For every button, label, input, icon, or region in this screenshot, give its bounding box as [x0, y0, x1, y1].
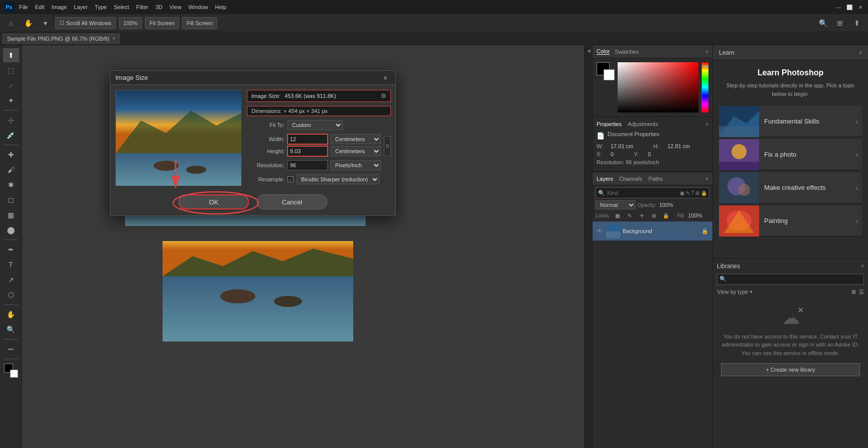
view-by-type-row[interactable]: View by type ▾ ⊞ ☰: [717, 289, 864, 295]
canvas-area[interactable]: Image Size ×: [22, 45, 584, 448]
menu-file[interactable]: File: [19, 4, 28, 10]
foreground-background-colors[interactable]: [3, 364, 19, 378]
document-tab[interactable]: Sample File PNG.PNG @ 66.7% (RGB/8) ×: [2, 33, 121, 44]
menu-window[interactable]: Window: [188, 4, 208, 10]
view-by-type-dropdown[interactable]: ▾: [750, 289, 753, 294]
ok-button[interactable]: OK: [179, 194, 249, 209]
shape-tool[interactable]: ⬡: [3, 288, 19, 302]
menu-3d[interactable]: 3D: [156, 4, 163, 10]
width-unit-select[interactable]: Centimeters: [331, 134, 381, 144]
lock-image-btn[interactable]: ✎: [625, 211, 634, 219]
collapse-btn[interactable]: ◀: [585, 45, 592, 56]
lock-transparent-btn[interactable]: ▦: [613, 211, 622, 219]
menu-image[interactable]: Image: [52, 4, 67, 10]
resample-checkbox[interactable]: ✓: [287, 176, 294, 182]
libraries-collapse[interactable]: ≡: [861, 263, 864, 269]
type-tool[interactable]: T: [3, 258, 19, 272]
lock-position-btn[interactable]: ✛: [637, 211, 646, 219]
channels-tab[interactable]: Channels: [619, 176, 642, 182]
layers-tab[interactable]: Layers: [597, 176, 613, 182]
move-tool[interactable]: ⬆: [3, 48, 19, 62]
background-color[interactable]: [10, 370, 18, 378]
layers-search-input[interactable]: [607, 190, 677, 196]
resolution-input[interactable]: [287, 160, 328, 170]
menu-type[interactable]: Type: [95, 4, 107, 10]
resolution-unit-select[interactable]: Pixels/Inch: [331, 160, 381, 170]
menu-help[interactable]: Help: [215, 4, 227, 10]
hue-slider[interactable]: [701, 62, 708, 113]
brush-tool[interactable]: 🖌: [3, 163, 19, 177]
height-input[interactable]: [287, 146, 328, 156]
zoom-level-button[interactable]: 100%: [119, 17, 142, 29]
hand-tool-dropdown[interactable]: ▾: [38, 17, 52, 29]
learn-item-photo[interactable]: Fix a photo ›: [719, 139, 862, 170]
image-size-gear-icon[interactable]: ⚙: [381, 92, 386, 99]
lock-all-btn[interactable]: 🔒: [661, 211, 670, 219]
menu-select[interactable]: Select: [114, 4, 129, 10]
learn-item-effects[interactable]: Make creative effects ›: [719, 172, 862, 203]
background-swatch[interactable]: [604, 69, 615, 80]
pen-tool[interactable]: ✒: [3, 243, 19, 257]
props-panel-collapse[interactable]: ≡: [705, 122, 708, 127]
create-library-button[interactable]: + Create new library: [721, 363, 860, 376]
arrange-windows-icon[interactable]: ⊞: [833, 17, 847, 29]
fit-to-select[interactable]: Custom: [287, 120, 343, 130]
zoom-tool[interactable]: 🔍: [3, 322, 19, 337]
menu-view[interactable]: View: [170, 4, 182, 10]
width-input[interactable]: [287, 134, 328, 144]
fg-bg-swatches[interactable]: [597, 62, 615, 80]
learn-panel-collapse[interactable]: ≡: [859, 50, 862, 55]
dimensions-dropdown-icon[interactable]: ▾: [284, 108, 286, 114]
properties-tab[interactable]: Properties: [597, 121, 622, 127]
color-spectrum[interactable]: [618, 62, 698, 113]
layers-panel-collapse[interactable]: ≡: [705, 176, 708, 181]
gradient-tool[interactable]: ▦: [3, 208, 19, 222]
search-icon[interactable]: 🔍: [816, 17, 830, 29]
dialog-close-button[interactable]: ×: [380, 73, 390, 83]
menu-filter[interactable]: Filter: [136, 4, 148, 10]
menu-layer[interactable]: Layer: [74, 4, 88, 10]
extra-tools[interactable]: •••: [3, 342, 19, 356]
blur-tool[interactable]: ⬤: [3, 223, 19, 237]
crop-tool[interactable]: ⊹: [3, 113, 19, 127]
fit-screen-button[interactable]: Fit Screen: [145, 17, 179, 29]
selection-tool[interactable]: ⬚: [3, 63, 19, 77]
adjustments-tab[interactable]: Adjustments: [628, 121, 658, 127]
healing-brush-tool[interactable]: ✚: [3, 148, 19, 162]
list-view-icon[interactable]: ☰: [859, 289, 864, 295]
path-selection-tool[interactable]: ↗: [3, 273, 19, 287]
eyedropper-tool[interactable]: 💉: [3, 128, 19, 142]
libraries-search-input[interactable]: [729, 276, 861, 282]
lock-artboard-btn[interactable]: ⊞: [649, 211, 658, 219]
height-unit-select[interactable]: Centimeters: [331, 146, 381, 156]
layer-background-row[interactable]: 👁 Background 🔒: [593, 221, 712, 241]
learn-item-painting[interactable]: Painting ›: [719, 205, 862, 237]
lasso-tool[interactable]: ⟋: [3, 78, 19, 92]
clone-stamp-tool[interactable]: ✱: [3, 178, 19, 192]
scroll-all-checkbox[interactable]: ☐: [60, 20, 64, 26]
maximize-button[interactable]: ⬜: [846, 4, 853, 11]
blend-mode-select[interactable]: Normal: [596, 200, 636, 209]
close-button[interactable]: ✕: [857, 4, 864, 11]
paths-tab[interactable]: Paths: [649, 176, 663, 182]
color-panel-collapse[interactable]: ≡: [705, 49, 708, 54]
color-panel-header[interactable]: Color Swatches ≡: [593, 45, 712, 58]
learn-item-skills[interactable]: Fundamental Skills ›: [719, 106, 862, 137]
eraser-tool[interactable]: ◻: [3, 193, 19, 207]
tab-close-button[interactable]: ×: [112, 36, 115, 41]
menu-edit[interactable]: Edit: [35, 4, 45, 10]
minimize-button[interactable]: —: [835, 4, 842, 11]
chain-link-icon[interactable]: 8: [384, 136, 391, 156]
hand-tool[interactable]: ✋: [3, 307, 19, 321]
grid-view-icon[interactable]: ⊞: [851, 289, 856, 295]
cancel-button[interactable]: Cancel: [257, 194, 327, 209]
swatches-tab[interactable]: Swatches: [615, 49, 639, 55]
scroll-all-windows-button[interactable]: ☐ Scroll All Windows: [55, 17, 116, 29]
layer-visibility-icon[interactable]: 👁: [597, 228, 603, 235]
home-icon[interactable]: ⌂: [4, 17, 18, 29]
hand-tool-icon[interactable]: ✋: [21, 17, 35, 29]
resample-select[interactable]: Bicubic Sharper (reduction): [297, 174, 379, 184]
magic-wand-tool[interactable]: ✦: [3, 93, 19, 107]
fill-screen-button[interactable]: Fill Screen: [182, 17, 217, 29]
color-tab[interactable]: Color: [597, 48, 610, 55]
